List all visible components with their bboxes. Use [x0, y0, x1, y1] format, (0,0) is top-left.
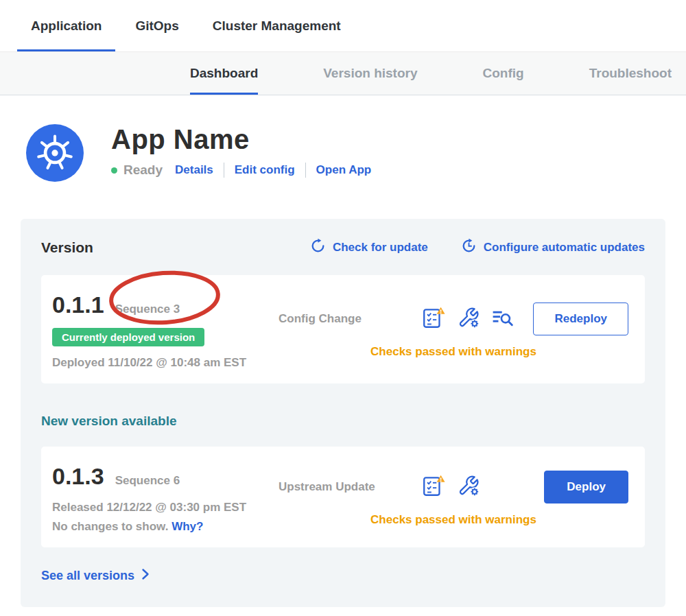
config-wrench-gear-icon[interactable] — [457, 307, 480, 331]
app-header-text: App Name Ready Details Edit config Open … — [111, 124, 371, 178]
edit-config-link[interactable]: Edit config — [235, 163, 295, 177]
deployed-timestamp: Deployed 11/10/22 @ 10:48 am EST — [52, 356, 279, 370]
check-for-update-link[interactable]: Check for update — [310, 238, 428, 257]
version-section-title: Version — [41, 239, 93, 256]
see-all-versions-link[interactable]: See all versions — [41, 568, 150, 584]
details-link[interactable]: Details — [175, 163, 213, 177]
current-version-check-icons — [421, 306, 514, 332]
view-files-search-icon[interactable] — [491, 307, 514, 331]
status-dot-icon — [111, 167, 117, 174]
see-all-versions-label: See all versions — [41, 569, 134, 583]
divider — [305, 163, 306, 178]
primary-nav: Application GitOps Cluster Management — [0, 0, 686, 51]
current-version-checks-status: Checks passed with warnings — [279, 345, 628, 359]
app-header: App Name Ready Details Edit config Open … — [26, 124, 686, 182]
version-header-links: Check for update Configure automatic upd… — [310, 238, 645, 257]
current-version-source: Config Change — [279, 312, 402, 326]
chevron-right-icon — [141, 568, 150, 584]
open-app-link[interactable]: Open App — [316, 163, 372, 177]
tab-gitops[interactable]: GitOps — [121, 0, 192, 51]
divider — [224, 163, 224, 178]
tab-version-history[interactable]: Version history — [323, 52, 417, 95]
current-version-info: 0.1.1 Sequence 3 Currently deployed vers… — [52, 292, 279, 370]
no-changes-text: No changes to show. — [52, 520, 168, 533]
tab-config[interactable]: Config — [483, 52, 524, 95]
current-version-sequence: Sequence 3 — [115, 303, 180, 316]
current-version-actions: Config Change — [279, 292, 628, 370]
new-version-info: 0.1.3 Sequence 6 Released 12/12/22 @ 03:… — [52, 463, 279, 534]
new-version-card: 0.1.3 Sequence 6 Released 12/12/22 @ 03:… — [41, 447, 645, 547]
new-version-number: 0.1.3 — [52, 463, 104, 490]
app-name-title: App Name — [111, 124, 371, 154]
released-timestamp: Released 12/12/22 @ 03:30 pm EST — [52, 501, 279, 514]
tab-troubleshoot[interactable]: Troubleshoot — [589, 52, 672, 95]
tab-cluster-management[interactable]: Cluster Management — [199, 0, 355, 51]
tab-application[interactable]: Application — [17, 0, 115, 51]
current-version-number: 0.1.1 — [52, 292, 104, 318]
configure-automatic-updates-link[interactable]: Configure automatic updates — [461, 238, 645, 257]
new-version-source: Upstream Update — [279, 480, 402, 494]
refresh-icon — [310, 238, 326, 257]
clock-refresh-icon — [461, 238, 477, 257]
tab-dashboard[interactable]: Dashboard — [190, 52, 258, 95]
version-section: Version Check for update — [21, 219, 665, 607]
deploy-button[interactable]: Deploy — [544, 471, 628, 504]
new-version-actions: Upstream Update — [279, 463, 628, 534]
new-version-check-icons — [421, 474, 480, 500]
new-version-sequence: Sequence 6 — [115, 474, 180, 488]
app-status-row: Ready Details Edit config Open App — [111, 163, 371, 178]
preflight-checklist-warning-icon[interactable] — [421, 306, 446, 332]
current-version-card: 0.1.1 Sequence 3 Currently deployed vers… — [41, 275, 645, 383]
app-sub-nav: Dashboard Version history Config Trouble… — [0, 51, 686, 95]
config-wrench-gear-icon[interactable] — [457, 475, 480, 499]
preflight-checklist-warning-icon[interactable] — [421, 474, 446, 500]
check-for-update-label: Check for update — [333, 241, 428, 254]
deployed-badge: Currently deployed version — [52, 328, 204, 346]
app-status-text: Ready — [123, 163, 163, 178]
configure-automatic-updates-label: Configure automatic updates — [484, 241, 645, 254]
redeploy-button[interactable]: Redeploy — [533, 303, 628, 335]
no-changes-line: No changes to show. Why? — [52, 520, 279, 534]
new-version-heading: New version available — [41, 414, 645, 429]
new-version-checks-status: Checks passed with warnings — [279, 513, 628, 527]
why-link[interactable]: Why? — [172, 520, 203, 533]
version-section-header: Version Check for update — [41, 238, 645, 257]
kubernetes-logo-icon — [26, 124, 84, 182]
